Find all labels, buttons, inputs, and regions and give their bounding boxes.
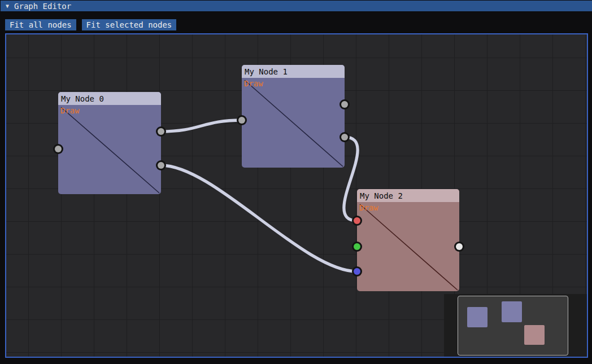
my-node-2[interactable]: My Node 2Draw [357, 189, 459, 291]
minimap-node-1[interactable] [502, 301, 522, 322]
my-node-0-pin-input[interactable] [55, 146, 62, 152]
toolbar: Fit all nodes Fit selected nodes [5, 19, 176, 30]
my-node-1-pin-input[interactable] [238, 117, 245, 124]
minimap-node-2[interactable] [524, 325, 545, 345]
fit-all-nodes-button[interactable]: Fit all nodes [5, 19, 76, 30]
graph-canvas[interactable]: My Node 0DrawMy Node 1DrawMy Node 2Draw [5, 33, 588, 358]
collapse-arrow-icon[interactable]: ▼ [6, 3, 9, 9]
node-draw-label: Draw [359, 203, 378, 212]
my-node-0-pin-output-2[interactable] [158, 162, 164, 169]
link-2[interactable] [344, 137, 358, 221]
my-node-2-pin-input-blue[interactable] [354, 268, 360, 275]
my-node-1-pin-output-2[interactable] [341, 134, 348, 141]
my-node-0-pin-output-1[interactable] [158, 128, 164, 135]
my-node-2-pin-output[interactable] [456, 243, 463, 250]
my-node-1-pin-output-1[interactable] [341, 101, 348, 108]
window-title: Graph Editor [14, 2, 71, 11]
node-draw-label: Draw [244, 79, 263, 88]
my-node-0[interactable]: My Node 0Draw [58, 92, 161, 194]
my-node-2-pin-input-green[interactable] [354, 243, 360, 250]
my-node-2-pin-input-red[interactable] [354, 217, 360, 224]
minimap-node-0[interactable] [467, 307, 487, 327]
node-draw-label: Draw [60, 106, 80, 115]
minimap[interactable] [458, 296, 568, 356]
link-1[interactable] [161, 165, 357, 271]
window-titlebar[interactable]: ▼ Graph Editor [1, 1, 592, 11]
link-0[interactable] [161, 120, 242, 131]
fit-selected-nodes-button[interactable]: Fit selected nodes [82, 19, 177, 30]
my-node-1[interactable]: My Node 1Draw [242, 65, 345, 168]
